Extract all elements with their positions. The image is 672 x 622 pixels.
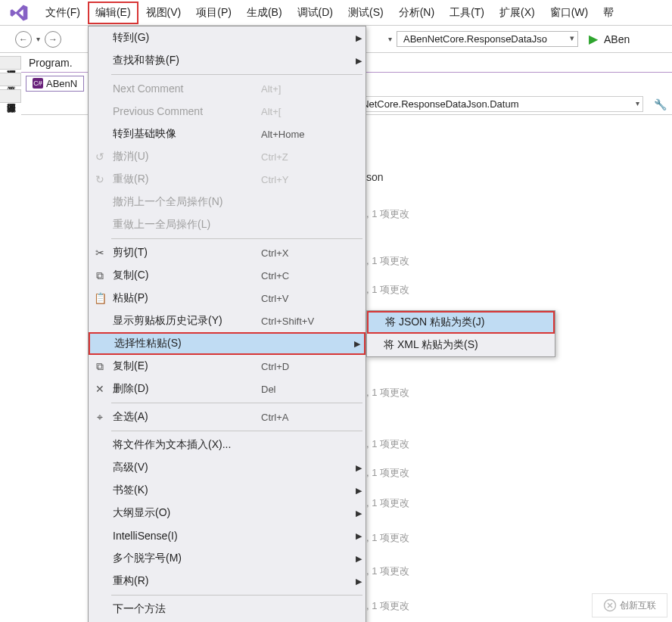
edit-menu-item: 重做上一全局操作(L) (89, 213, 366, 236)
change-annotation: , 1 项更改 (366, 207, 409, 221)
edit-menu-item[interactable]: 查找和替换(F)▶ (89, 49, 366, 72)
menu-build[interactable]: 生成(B) (239, 2, 290, 24)
edit-menu-item[interactable]: 转到基础映像Alt+Home (89, 123, 366, 145)
side-tab-toolbox[interactable]: 工具箱 (0, 73, 21, 86)
menu-item-label: 查找和替换(F) (111, 54, 261, 67)
doc-tab-aben[interactable]: C# ABenN (26, 76, 84, 92)
menu-item-label: 撤消(U) (111, 150, 261, 163)
menu-item-shortcut: Ctrl+A (261, 412, 352, 423)
change-annotation: , 1 项更改 (366, 599, 409, 613)
menu-item-label: 多个脱字号(M) (111, 552, 261, 565)
menu-item-shortcut: Ctrl+D (261, 361, 352, 372)
edit-menu-item[interactable]: 显示剪贴板历史记录(Y)Ctrl+Shift+V (89, 309, 366, 332)
menu-item-label: 将 JSON 粘贴为类(J) (369, 316, 553, 329)
menu-item-shortcut: Ctrl+Z (261, 151, 352, 163)
edit-menu-item: Previous CommentAlt+[ (89, 100, 366, 123)
menu-item-label: 删除(D) (111, 382, 261, 396)
play-icon[interactable]: ▶ (589, 32, 598, 46)
menu-file[interactable]: 文件(F) (38, 2, 88, 24)
nav-forward-button[interactable]: → (45, 31, 61, 48)
menu-item-label: 大纲显示(O) (111, 506, 261, 520)
menu-view[interactable]: 视图(V) (138, 2, 189, 24)
menu-item-label: 重做上一全局操作(L) (111, 218, 261, 232)
menu-item-shortcut: Ctrl+Shift+V (261, 316, 352, 327)
delete-icon: ✕ (89, 383, 111, 395)
submenu-arrow-icon: ▶ (352, 508, 366, 518)
edit-menu-item[interactable]: ✕删除(D)Del (89, 378, 366, 400)
paste-icon: 📋 (89, 292, 111, 304)
menu-item-shortcut: Alt+] (261, 83, 352, 95)
menu-window[interactable]: 窗口(W) (543, 2, 596, 24)
menu-debug[interactable]: 调试(D) (290, 2, 341, 24)
paste-special-item[interactable]: 将 XML 粘贴为类(S) (367, 334, 555, 356)
edit-menu-item[interactable]: 📋粘贴(P)Ctrl+V (89, 287, 366, 309)
menu-item-label: 重构(R) (111, 574, 261, 588)
edit-menu-item[interactable]: 选择性粘贴(S)▶ (89, 332, 366, 355)
edit-menu-item: ↺撤消(U)Ctrl+Z (89, 145, 366, 168)
menu-item-label: 撤消上一个全局操作(N) (111, 195, 261, 209)
edit-menu-item[interactable]: 书签(K)▶ (89, 479, 366, 502)
edit-menu-item[interactable]: ✂剪切(T)Ctrl+X (89, 241, 366, 264)
menu-item-shortcut: Ctrl+C (261, 270, 352, 281)
menu-item-label: 剪切(T) (111, 246, 261, 260)
menu-item-shortcut: Del (261, 384, 352, 395)
settings-icon[interactable]: 🔧 (651, 95, 669, 114)
nav-back-chevron: ▾ (36, 35, 40, 43)
menu-item-shortcut: Alt+[ (261, 106, 352, 117)
cut-icon: ✂ (89, 247, 111, 259)
change-annotation: , 1 项更改 (366, 564, 409, 578)
edit-menu-item[interactable]: 大纲显示(O)▶ (89, 502, 366, 524)
menu-item-label: 将文件作为文本插入(X)... (111, 438, 261, 452)
submenu-arrow-icon: ▶ (352, 554, 366, 564)
edit-menu-item[interactable]: 转到(G)▶ (89, 26, 366, 49)
edit-menu-item[interactable]: 下一个方法 (89, 598, 366, 620)
paste-special-item[interactable]: 将 JSON 粘贴为类(J) (367, 311, 555, 334)
edit-menu-item[interactable]: 高级(V)▶ (89, 456, 366, 479)
side-tab-server-explorer[interactable]: 服务器资源管理器 (0, 89, 21, 103)
submenu-arrow-icon: ▶ (352, 33, 366, 43)
submenu-arrow-icon: ▶ (352, 56, 366, 66)
edit-menu-item: Next CommentAlt+] (89, 77, 366, 100)
nav-back-button[interactable]: ← (15, 31, 32, 48)
menubar: 文件(F) 编辑(E) 视图(V) 项目(P) 生成(B) 调试(D) 测试(S… (0, 0, 672, 26)
menu-item-label: 选择性粘贴(S) (113, 337, 260, 350)
watermark-text: 创新互联 (620, 599, 656, 612)
edit-menu-item[interactable]: IntelliSense(I)▶ (89, 524, 366, 547)
startup-project-dropdown[interactable]: ABenNetCore.ResponseDataJso (397, 31, 578, 47)
change-annotation: , 1 项更改 (366, 496, 409, 510)
edit-menu-item[interactable]: ⌖全选(A)Ctrl+A (89, 406, 366, 428)
code-fragment: son (366, 171, 384, 183)
play-label: ABen (604, 33, 630, 45)
menu-item-label: 复制(E) (111, 359, 261, 373)
menu-item-shortcut: Alt+Home (261, 129, 352, 140)
copy-icon: ⧉ (89, 360, 111, 373)
menu-tools[interactable]: 工具(T) (442, 2, 492, 24)
side-tab-test-explorer[interactable]: 测试资源管理器 (0, 56, 21, 70)
menu-item-shortcut: Ctrl+X (261, 247, 352, 259)
csharp-icon: C# (33, 78, 43, 89)
menu-project[interactable]: 项目(P) (188, 2, 239, 24)
submenu-arrow-icon: ▶ (350, 339, 364, 349)
select-all-icon: ⌖ (89, 411, 111, 424)
edit-menu-item[interactable]: ⧉复制(C)Ctrl+C (89, 264, 366, 287)
menu-extensions[interactable]: 扩展(X) (492, 2, 543, 24)
edit-menu-panel: 转到(G)▶查找和替换(F)▶Next CommentAlt+]Previous… (88, 26, 366, 622)
menu-item-label: 高级(V) (111, 461, 261, 474)
edit-menu-item: ↻重做(R)Ctrl+Y (89, 168, 366, 191)
edit-menu-item[interactable]: ⧉复制(E)Ctrl+D (89, 355, 366, 378)
breadcrumb-member[interactable]: BenNetCore.ResponseDataJson.Datum (339, 96, 643, 112)
menu-edit[interactable]: 编辑(E) (88, 2, 138, 24)
menu-item-label: 转到(G) (111, 31, 261, 45)
edit-menu-item[interactable]: 将文件作为文本插入(X)... (89, 434, 366, 456)
menu-item-label: 转到基础映像 (111, 127, 261, 141)
menu-item-label: 下一个方法 (111, 602, 261, 616)
menu-test[interactable]: 测试(S) (341, 2, 391, 24)
menu-analyze[interactable]: 分析(N) (391, 2, 442, 24)
submenu-arrow-icon: ▶ (352, 577, 366, 586)
edit-menu-item[interactable]: 多个脱字号(M)▶ (89, 547, 366, 570)
change-annotation: , 1 项更改 (366, 283, 409, 297)
edit-menu-item[interactable]: 重构(R)▶ (89, 570, 366, 592)
doc-tab-label: ABenN (46, 78, 77, 89)
tab-program[interactable]: Program. (29, 57, 73, 69)
menu-help[interactable]: 帮 (596, 2, 621, 24)
